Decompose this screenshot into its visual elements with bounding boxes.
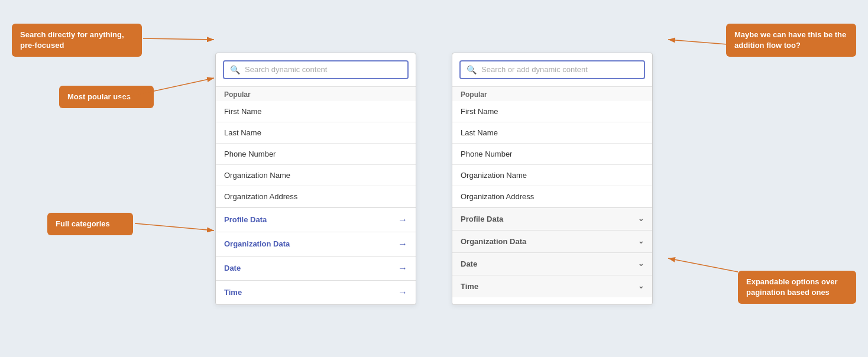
arrow-right-icon: → [398,215,407,225]
category-org-data-left[interactable]: Organization Data → [216,232,416,256]
search-icon-right: 🔍 [467,65,477,74]
annotation-search-directly: Search directly for anything, pre-focuse… [12,24,142,57]
category-label: Profile Data [461,215,503,223]
category-org-data-right[interactable]: Organization Data ⌄ [452,230,652,252]
svg-line-3 [135,223,214,231]
category-profile-data-right[interactable]: Profile Data ⌄ [452,207,652,230]
search-icon-left: 🔍 [230,65,240,74]
list-item[interactable]: First Name [216,101,416,122]
list-item[interactable]: Organization Name [452,165,652,186]
list-item[interactable]: Organization Address [452,186,652,207]
arrow-right-icon: → [398,287,407,298]
annotation-maybe-we: Maybe we can have this be the addition f… [726,24,856,57]
list-item[interactable]: Phone Number [452,144,652,165]
panels-container: 🔍 Popular First Name Last Name Phone Num… [215,53,653,305]
annotation-most-popular: Most poular uses [59,86,154,108]
category-label: Time [224,288,242,297]
left-search-input[interactable] [245,65,401,74]
list-item[interactable]: Organization Address [216,186,416,207]
right-search-bar[interactable]: 🔍 [459,60,645,79]
list-item[interactable]: Phone Number [216,144,416,165]
chevron-down-icon: ⌄ [638,259,644,268]
right-popular-label: Popular [452,86,652,101]
chevron-down-icon: ⌄ [638,282,644,290]
panel-left: 🔍 Popular First Name Last Name Phone Num… [215,53,416,305]
category-label: Organization Data [224,239,290,248]
left-popular-label: Popular [216,86,416,101]
list-item[interactable]: Organization Name [216,165,416,186]
category-date-right[interactable]: Date ⌄ [452,252,652,275]
list-item[interactable]: Last Name [452,122,652,144]
annotation-full-categories: Full categories [47,213,133,235]
panel-right: 🔍 Popular First Name Last Name Phone Num… [452,53,653,305]
arrow-right-icon: → [398,263,407,274]
category-label: Profile Data [224,215,267,224]
right-search-input[interactable] [481,65,638,74]
chevron-down-icon: ⌄ [638,215,644,223]
left-search-bar[interactable]: 🔍 [223,60,409,79]
svg-line-5 [668,258,738,272]
category-label: Date [461,259,477,268]
chevron-down-icon: ⌄ [638,237,644,245]
svg-line-4 [668,40,727,44]
list-item[interactable]: Last Name [216,122,416,144]
category-label: Time [461,282,478,291]
list-item[interactable]: First Name [452,101,652,122]
page-wrapper: Search directly for anything, pre-focuse… [0,0,868,357]
category-date-left[interactable]: Date → [216,256,416,280]
category-label: Date [224,264,241,272]
category-profile-data-left[interactable]: Profile Data → [216,207,416,232]
arrow-right-icon: → [398,239,407,249]
category-label: Organization Data [461,237,526,246]
category-time-left[interactable]: Time → [216,280,416,304]
svg-line-1 [143,38,214,40]
annotation-expandable: Expandable options over pagination based… [738,271,856,304]
category-time-right[interactable]: Time ⌄ [452,275,652,297]
